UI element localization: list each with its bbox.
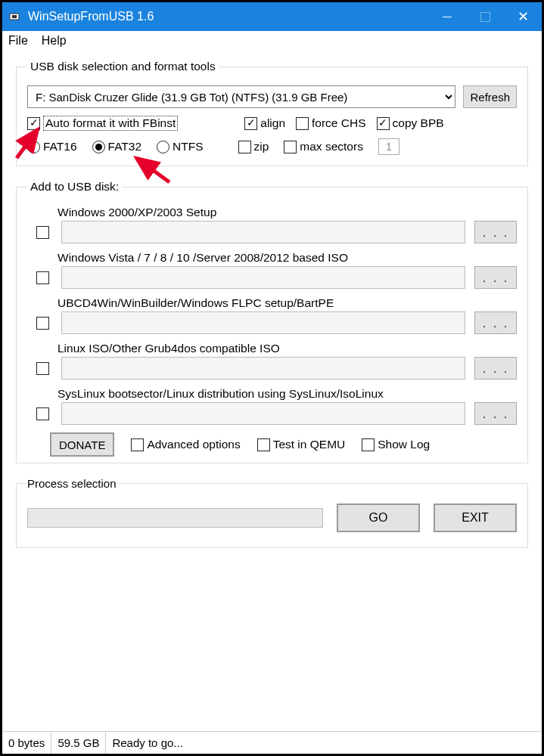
add-label-2: UBCD4Win/WinBuilder/Windows FLPC setup/B…	[58, 296, 517, 310]
forcechs-box[interactable]	[296, 117, 309, 130]
titlebar: WinSetupFromUSB 1.6 ✕	[2, 2, 542, 31]
exit-button[interactable]: EXIT	[434, 503, 517, 532]
align-checkbox[interactable]: align	[244, 116, 285, 130]
zip-box[interactable]	[238, 141, 251, 153]
advanced-checkbox[interactable]: Advanced options	[131, 438, 240, 451]
add-browse-1[interactable]: . . .	[474, 266, 517, 289]
statusbar: 0 bytes 59.5 GB Ready to go...	[2, 731, 542, 754]
autoformat-label: Auto format it with FBinst	[43, 116, 178, 131]
autoformat-checkbox[interactable]: Auto format it with FBinst	[27, 116, 178, 131]
window-title: WinSetupFromUSB 1.6	[28, 10, 428, 23]
add-browse-3[interactable]: . . .	[474, 357, 517, 380]
fat16-radio[interactable]: FAT16	[27, 140, 77, 153]
add-label-0: Windows 2000/XP/2003 Setup	[58, 206, 517, 219]
maxsectors-input[interactable]	[378, 138, 399, 155]
showlog-box[interactable]	[362, 438, 375, 451]
add-check-4[interactable]	[36, 407, 49, 420]
add-row-4: SysLinux bootsector/Linux distribution u…	[27, 387, 517, 425]
maxsectors-label: max sectors	[300, 140, 363, 153]
showlog-label: Show Log	[378, 438, 430, 451]
advanced-box[interactable]	[131, 438, 144, 451]
copybpb-box[interactable]	[377, 117, 390, 130]
add-path-0[interactable]	[61, 221, 465, 243]
add-check-1[interactable]	[36, 271, 49, 284]
add-path-1[interactable]	[61, 266, 465, 289]
add-check-0[interactable]	[36, 226, 49, 239]
fat16-label: FAT16	[43, 140, 77, 153]
fat32-label: FAT32	[108, 140, 142, 153]
process-group: Process selection GO EXIT	[16, 477, 528, 548]
ntfs-radio[interactable]: NTFS	[157, 140, 203, 153]
add-label-1: Windows Vista / 7 / 8 / 10 /Server 2008/…	[58, 251, 517, 265]
add-check-3[interactable]	[36, 362, 49, 375]
autoformat-box[interactable]	[27, 117, 40, 130]
testqemu-checkbox[interactable]: Test in QEMU	[257, 438, 346, 451]
add-legend: Add to USB disk:	[27, 180, 122, 194]
add-browse-0[interactable]: . . .	[474, 221, 517, 243]
svg-rect-1	[12, 15, 17, 18]
status-bytes: 0 bytes	[2, 732, 51, 754]
testqemu-box[interactable]	[257, 438, 270, 451]
add-row-3: Linux ISO/Other Grub4dos compatible ISO …	[27, 342, 517, 380]
svg-line-3	[136, 158, 169, 182]
zip-checkbox[interactable]: zip	[238, 140, 269, 153]
add-check-2[interactable]	[36, 317, 49, 330]
forcechs-checkbox[interactable]: force CHS	[296, 116, 366, 130]
add-path-3[interactable]	[61, 357, 465, 380]
align-box[interactable]	[244, 117, 257, 130]
usb-legend: USB disk selection and format tools	[27, 60, 219, 73]
ntfs-dot[interactable]	[157, 141, 169, 153]
add-path-2[interactable]	[61, 311, 465, 334]
menu-file[interactable]: File	[8, 34, 28, 48]
advanced-label: Advanced options	[147, 438, 240, 451]
menu-help[interactable]: Help	[42, 34, 67, 48]
maxsectors-checkbox[interactable]: max sectors	[284, 140, 363, 153]
menubar: File Help	[2, 31, 542, 52]
align-label: align	[260, 116, 285, 130]
add-row-0: Windows 2000/XP/2003 Setup . . .	[27, 206, 517, 243]
testqemu-label: Test in QEMU	[273, 438, 346, 451]
progress-bar	[27, 508, 323, 528]
maxsectors-box[interactable]	[284, 141, 297, 153]
status-space: 59.5 GB	[51, 732, 106, 754]
refresh-button[interactable]: Refresh	[463, 85, 517, 108]
forcechs-label: force CHS	[312, 116, 366, 130]
app-icon	[8, 10, 22, 23]
add-path-4[interactable]	[61, 402, 465, 425]
process-legend: Process selection	[27, 477, 117, 490]
add-row-2: UBCD4Win/WinBuilder/Windows FLPC setup/B…	[27, 296, 517, 334]
window-buttons: ✕	[428, 2, 542, 31]
ntfs-label: NTFS	[173, 140, 203, 153]
disk-select[interactable]: F: SanDisk Cruzer Glide (31.9 GB Tot) (N…	[27, 85, 455, 108]
usb-group: USB disk selection and format tools F: S…	[16, 60, 528, 166]
showlog-checkbox[interactable]: Show Log	[362, 438, 430, 451]
status-msg: Ready to go...	[106, 732, 542, 754]
copybpb-label: copy BPB	[393, 116, 444, 130]
zip-label: zip	[254, 140, 269, 153]
add-row-1: Windows Vista / 7 / 8 / 10 /Server 2008/…	[27, 251, 517, 289]
add-label-4: SysLinux bootsector/Linux distribution u…	[58, 387, 517, 401]
fat16-dot[interactable]	[27, 141, 40, 153]
fat32-dot[interactable]	[92, 141, 105, 153]
go-button[interactable]: GO	[337, 503, 420, 532]
maximize-button	[466, 2, 504, 31]
add-browse-2[interactable]: . . .	[474, 311, 517, 334]
minimize-button[interactable]	[428, 2, 466, 31]
add-label-3: Linux ISO/Other Grub4dos compatible ISO	[58, 342, 517, 355]
close-button[interactable]: ✕	[504, 2, 542, 31]
donate-button[interactable]: DONATE	[50, 432, 114, 457]
fat32-radio[interactable]: FAT32	[92, 140, 142, 153]
add-group: Add to USB disk: Windows 2000/XP/2003 Se…	[16, 180, 528, 463]
add-browse-4[interactable]: . . .	[474, 402, 517, 425]
copybpb-checkbox[interactable]: copy BPB	[377, 116, 444, 130]
